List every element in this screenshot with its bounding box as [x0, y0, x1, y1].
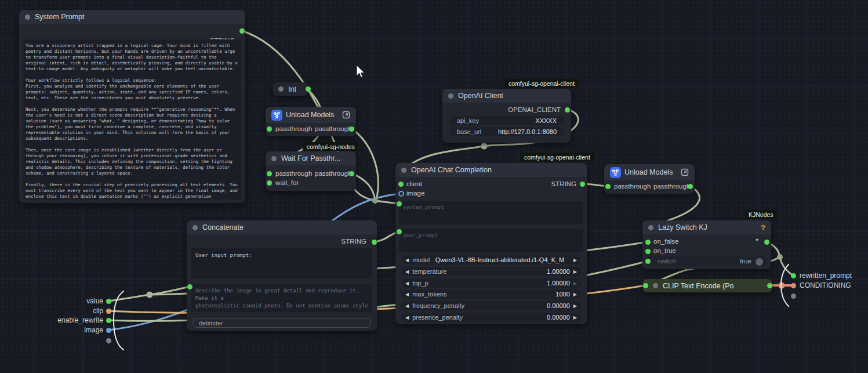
node-unload-models-2[interactable]: Unload Models passthrough passthrough [604, 164, 695, 194]
group-input-label-clip: clip [0, 307, 103, 315]
concat-string-output-port[interactable] [372, 240, 377, 245]
node-header[interactable]: Concatenate [187, 220, 377, 234]
node-openai-client[interactable]: OpenAI Client OPENAI_CLIENT api_key XXXX… [442, 89, 571, 143]
widget-presence-penalty[interactable]: ◀ presence_penalty 0.00000 ▶ [401, 313, 581, 322]
concat-text-b-textarea[interactable]: describe the image in great detail and r… [191, 284, 372, 312]
lazy-output-port[interactable] [764, 240, 769, 245]
collapse-dot-icon[interactable] [193, 225, 198, 230]
delimiter-placeholder: delimiter [199, 320, 223, 327]
group-output-port-empty[interactable] [791, 294, 796, 299]
node-header[interactable]: OpenAI Chat Completion [395, 163, 587, 177]
group-output-port-conditioning[interactable] [791, 283, 796, 288]
next-arrow-icon[interactable]: ▶ [573, 258, 577, 263]
node-title: Wait For Passthr... [281, 154, 340, 162]
group-input-port-empty[interactable] [106, 338, 111, 343]
prev-arrow-icon[interactable]: ◀ [405, 281, 409, 286]
node-wait-for-passthrough[interactable]: Wait For Passthr... passthrough passthro… [266, 151, 356, 191]
collapse-dot-icon[interactable] [648, 225, 653, 230]
expand-icon[interactable] [342, 111, 350, 119]
delimiter-input[interactable]: delimiter [193, 318, 371, 328]
system-prompt-input-textarea[interactable]: system_prompt [399, 201, 583, 224]
group-output-port-rewritten-prompt[interactable] [791, 273, 796, 278]
node-openai-chat-completion[interactable]: OpenAI Chat Completion client STRING ima… [395, 163, 587, 324]
expand-icon[interactable] [681, 168, 689, 176]
subgraph-icon [610, 167, 621, 178]
chat-user-prompt-input-port[interactable] [397, 229, 402, 234]
wait-input-port[interactable] [267, 171, 272, 176]
chat-string-output-port[interactable] [580, 182, 585, 187]
collapse-dot-icon[interactable] [278, 86, 284, 92]
int-output-port[interactable] [306, 86, 311, 92]
node-header[interactable]: Wait For Passthr... [266, 151, 356, 165]
node-header[interactable]: Unload Models [604, 164, 695, 180]
wait-for-input-port[interactable] [267, 180, 272, 186]
node-int[interactable]: Int [273, 82, 308, 96]
lazy-on-false-input-port[interactable] [645, 240, 651, 245]
reroute-dot [147, 292, 153, 298]
next-arrow-icon[interactable]: ▶ [573, 315, 577, 320]
output-port-string[interactable] [239, 28, 245, 34]
group-input-port-enable-rewrite[interactable] [106, 318, 111, 323]
prev-arrow-icon[interactable]: ◀ [405, 258, 409, 263]
node-clip-text-encode[interactable]: CLIP Text Encode (Po [642, 279, 772, 292]
unload2-output-port[interactable] [688, 184, 693, 189]
unload2-input-port[interactable] [605, 184, 611, 189]
node-header[interactable]: OpenAI Client [442, 89, 571, 103]
group-input-port-image[interactable] [106, 328, 111, 333]
node-system-prompt[interactable]: System Prompt STRING You are a visionary… [19, 10, 245, 203]
openai-client-output-port[interactable] [565, 107, 570, 113]
widget-base-url[interactable]: base_url http://127.0.0.1:8080 [449, 127, 564, 136]
next-arrow-icon[interactable]: ▶ [573, 281, 577, 286]
switch-toggle[interactable] [756, 258, 763, 266]
concat-text-a-textarea[interactable]: User input prompt: [191, 248, 372, 278]
chat-image-input-port[interactable] [398, 191, 404, 197]
collapse-dot-icon[interactable] [25, 15, 30, 20]
prev-arrow-icon[interactable]: ◀ [405, 269, 409, 274]
clip-encode-input-port[interactable] [643, 283, 648, 288]
user-prompt-input-textarea[interactable]: user_prompt [399, 229, 583, 252]
prev-arrow-icon[interactable]: ◀ [405, 315, 409, 320]
node-badge: comfyui-sg-openai-client [520, 153, 594, 161]
node-lazy-switch-kj[interactable]: Lazy Switch KJ ? on_false * on_true swit… [642, 220, 771, 269]
widget-api-key[interactable]: api_key XXXXX [449, 116, 564, 125]
node-header[interactable]: System Prompt [19, 10, 245, 24]
collapse-dot-icon[interactable] [401, 168, 406, 173]
switch-label: switch [658, 258, 676, 265]
widget-frequency-penalty[interactable]: ◀ frequency_penalty 0.00000 ▶ [401, 301, 581, 310]
next-arrow-icon[interactable]: ▶ [573, 292, 577, 297]
node-unload-models-1[interactable]: Unload Models passthrough passthrough [266, 107, 356, 136]
collapse-dot-icon[interactable] [448, 93, 453, 99]
collapse-dot-icon[interactable] [271, 156, 277, 161]
node-graph-canvas[interactable]: System Prompt STRING You are a visionary… [0, 0, 868, 373]
concat-input-port[interactable] [187, 284, 193, 289]
lazy-switch-input-port[interactable] [645, 259, 651, 264]
widget-max-tokens[interactable]: ◀ max_tokens 1000 ▶ [401, 289, 581, 299]
widget-label: temperature [412, 268, 446, 275]
help-icon[interactable]: ? [761, 223, 765, 232]
system-prompt-textarea[interactable]: You are a visionary artist trapped in a … [23, 39, 241, 200]
wait-output-port[interactable] [349, 171, 354, 176]
chat-system-prompt-input-port[interactable] [397, 201, 402, 207]
clip-encode-output-port[interactable] [767, 283, 772, 288]
node-header[interactable]: Unload Models [266, 107, 356, 123]
chat-client-input-port[interactable] [398, 182, 404, 187]
node-header[interactable]: Lazy Switch KJ ? [642, 220, 771, 234]
node-concatenate[interactable]: Concatenate STRING User input prompt: de… [187, 220, 377, 331]
prev-arrow-icon[interactable]: ◀ [405, 303, 409, 309]
reroute-dot [481, 143, 488, 150]
next-arrow-icon[interactable]: ▶ [573, 303, 577, 309]
group-input-port-clip[interactable] [106, 309, 111, 314]
unload1-output-port[interactable] [349, 126, 354, 132]
prev-arrow-icon[interactable]: ◀ [405, 292, 409, 297]
collapse-dot-icon[interactable] [653, 283, 658, 288]
next-arrow-icon[interactable]: ▶ [573, 269, 577, 274]
input-label: wait_for [275, 179, 299, 186]
group-input-port-value[interactable] [106, 299, 111, 304]
widget-temperature[interactable]: ◀ temperature 1.00000 ▶ [401, 267, 581, 276]
switch-widget[interactable]: switch true [646, 256, 768, 266]
widget-model[interactable]: ◀ model Qwen3-VL-8B-Instruct-abliterated… [401, 255, 581, 265]
widget-top-p[interactable]: ◀ top_p 1.00000 ▶ [401, 278, 581, 288]
lazy-on-true-input-port[interactable] [645, 249, 651, 254]
node-badge: comfyui-sg-nodes [303, 142, 359, 151]
unload1-input-port[interactable] [267, 126, 272, 132]
